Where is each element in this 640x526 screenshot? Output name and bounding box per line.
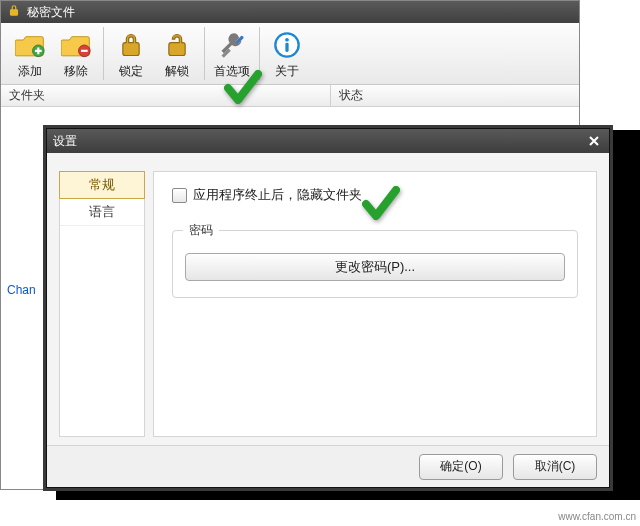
settings-panel: 应用程序终止后，隐藏文件夹 密码 更改密码(P)...	[153, 171, 597, 437]
unlock-button[interactable]: 解锁	[154, 27, 200, 81]
toolbar: 添加 移除 锁定	[1, 23, 579, 85]
svg-point-3	[285, 37, 289, 41]
bg-panel2	[56, 488, 640, 500]
add-label: 添加	[18, 63, 42, 80]
close-button[interactable]	[585, 133, 603, 149]
col-folder[interactable]: 文件夹	[1, 85, 331, 106]
tools-icon	[216, 29, 248, 61]
watermark: www.cfan.com.cn	[558, 511, 636, 522]
hide-on-exit-row[interactable]: 应用程序终止后，隐藏文件夹	[172, 186, 578, 204]
settings-tabs: 常规 语言	[59, 171, 145, 437]
column-headers: 文件夹 状态	[1, 85, 579, 107]
info-icon	[271, 29, 303, 61]
password-legend: 密码	[183, 222, 219, 239]
prefs-button[interactable]: 首选项	[209, 27, 255, 81]
remove-label: 移除	[64, 63, 88, 80]
hide-on-exit-label: 应用程序终止后，隐藏文件夹	[193, 186, 362, 204]
tab-language[interactable]: 语言	[60, 198, 144, 226]
main-title-bar: 秘密文件	[1, 1, 579, 23]
close-icon	[588, 135, 600, 147]
change-password-button[interactable]: 更改密码(P)...	[185, 253, 565, 281]
about-label: 关于	[275, 63, 299, 80]
dialog-footer: 确定(O) 取消(C)	[47, 445, 609, 487]
tab-general[interactable]: 常规	[59, 171, 145, 199]
cancel-button[interactable]: 取消(C)	[513, 454, 597, 480]
dialog-body: 常规 语言 应用程序终止后，隐藏文件夹 密码 更改密码(P)...	[47, 153, 609, 445]
lock-label: 锁定	[119, 63, 143, 80]
col-status[interactable]: 状态	[331, 87, 579, 104]
remove-folder-icon	[60, 29, 92, 61]
add-folder-icon	[14, 29, 46, 61]
prefs-label: 首选项	[214, 63, 250, 80]
dialog-title-bar: 设置	[47, 129, 609, 153]
ok-button[interactable]: 确定(O)	[419, 454, 503, 480]
password-fieldset: 密码 更改密码(P)...	[172, 230, 578, 298]
settings-dialog: 设置 常规 语言 应用程序终止后，隐藏文件夹 密码 更改密码(P)... 确定(…	[46, 128, 610, 488]
lock-closed-icon	[115, 29, 147, 61]
about-button[interactable]: 关于	[264, 27, 310, 81]
add-button[interactable]: 添加	[7, 27, 53, 81]
list-item[interactable]: Chan	[7, 283, 36, 297]
hide-on-exit-checkbox[interactable]	[172, 188, 187, 203]
unlock-label: 解锁	[165, 63, 189, 80]
main-window-title: 秘密文件	[27, 4, 75, 21]
dialog-title: 设置	[53, 133, 77, 150]
lock-open-icon	[161, 29, 193, 61]
lock-icon	[7, 4, 21, 21]
svg-rect-4	[285, 42, 288, 51]
lock-button[interactable]: 锁定	[108, 27, 154, 81]
remove-button[interactable]: 移除	[53, 27, 99, 81]
